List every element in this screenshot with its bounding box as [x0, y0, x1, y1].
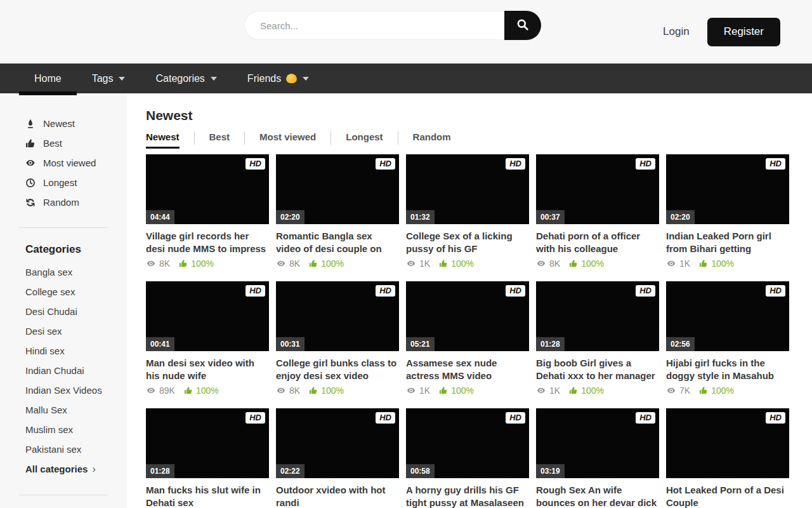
video-thumbnail[interactable]: HD00:37: [536, 154, 659, 224]
video-thumbnail[interactable]: HD00:58: [406, 408, 529, 478]
video-thumbnail[interactable]: HD02:20: [276, 154, 399, 224]
handshake-emoji: [286, 74, 297, 83]
video-card[interactable]: HD03:19Rough Sex An wife bounces on her …: [536, 408, 659, 508]
video-card[interactable]: HD01:28Big boob Girl gives a Dehati xxx …: [536, 281, 659, 396]
video-title[interactable]: Indian Leaked Porn girl from Bihari gett…: [666, 230, 789, 255]
video-title[interactable]: Romantic Bangla sex video of desi couple…: [276, 230, 399, 255]
category-link[interactable]: Indian Sex Videos: [0, 380, 127, 400]
nav-item-friends[interactable]: Friends: [232, 64, 324, 93]
eye-icon: [276, 386, 286, 395]
register-button[interactable]: Register: [707, 18, 780, 46]
sidebar-item-newest[interactable]: Newest: [0, 114, 127, 133]
video-title[interactable]: Outdoor xvideo with hot randi: [276, 484, 399, 508]
video-card[interactable]: HD02:20Indian Leaked Porn girl from Biha…: [666, 154, 789, 269]
video-stats: 1K100%: [406, 258, 529, 269]
category-link[interactable]: Desi Chudai: [0, 302, 127, 321]
sort-tabs: NewestBestMost viewedLongestRandom: [146, 131, 812, 149]
sidebar-sort-links: NewestBestMost viewedLongestRandom: [0, 114, 127, 212]
video-stats: 7K100%: [666, 385, 789, 396]
video-card[interactable]: HD02:22Outdoor xvideo with hot randi: [276, 408, 399, 508]
main-nav: HomeTagsCategoriesFriends: [0, 64, 812, 93]
category-link[interactable]: Mallu Sex: [0, 400, 127, 420]
category-link[interactable]: Hindi sex: [0, 341, 127, 361]
sidebar-item-random[interactable]: Random: [0, 192, 127, 212]
video-title[interactable]: A horny guy drills his GF tight pussy at…: [406, 484, 529, 508]
video-thumbnail[interactable]: HD03:19: [536, 408, 659, 478]
video-title[interactable]: Dehati porn of a officer with his collea…: [536, 230, 659, 255]
video-card[interactable]: HD00:41Man desi sex video with his nude …: [146, 281, 269, 396]
category-link[interactable]: Indian Chudai: [0, 361, 127, 380]
video-thumbnail[interactable]: HD02:56: [666, 281, 789, 351]
video-thumbnail[interactable]: HD02:22: [276, 408, 399, 478]
video-title[interactable]: Big boob Girl gives a Dehati xxx to her …: [536, 357, 659, 382]
video-card[interactable]: HD01:32College Sex of a licking pussy of…: [406, 154, 529, 269]
duration-badge: 02:20: [276, 210, 304, 224]
video-card[interactable]: HD01:28Man fucks his slut wife in Dehati…: [146, 408, 269, 508]
nav-item-home[interactable]: Home: [19, 64, 77, 93]
login-link[interactable]: Login: [663, 25, 690, 38]
category-link[interactable]: College sex: [0, 282, 127, 302]
tab-newest[interactable]: Newest: [146, 131, 180, 149]
sidebar-item-most-viewed[interactable]: Most viewed: [0, 153, 127, 173]
tab-most-viewed[interactable]: Most viewed: [259, 131, 316, 149]
hd-badge: HD: [246, 412, 265, 424]
hd-badge: HD: [506, 412, 525, 424]
video-card[interactable]: HDHot Leaked Porn of a Desi Couple: [666, 408, 789, 508]
video-title[interactable]: Man fucks his slut wife in Dehati sex: [146, 484, 269, 508]
video-thumbnail[interactable]: HD05:21: [406, 281, 529, 351]
video-title[interactable]: Village girl records her desi nude MMS t…: [146, 230, 269, 255]
tab-random[interactable]: Random: [413, 131, 451, 149]
category-link[interactable]: Bangla sex: [0, 262, 127, 282]
video-title[interactable]: Man desi sex video with his nude wife: [146, 357, 269, 382]
search-input[interactable]: [244, 11, 504, 40]
video-title[interactable]: Rough Sex An wife bounces on her devar d…: [536, 484, 659, 508]
sidebar-item-best[interactable]: Best: [0, 133, 127, 153]
video-card[interactable]: HD02:20Romantic Bangla sex video of desi…: [276, 154, 399, 269]
tab-separator: [398, 131, 398, 145]
video-grid: HD04:44Village girl records her desi nud…: [146, 154, 812, 508]
duration-badge: 04:44: [146, 210, 174, 224]
video-card[interactable]: HD00:58A horny guy drills his GF tight p…: [406, 408, 529, 508]
video-thumbnail[interactable]: HD01:28: [146, 408, 269, 478]
video-title[interactable]: Hijabi girl fucks in the doggy style in …: [666, 357, 789, 382]
eye-icon: [666, 259, 676, 268]
search-bar: [244, 11, 541, 40]
like-percentage: 100%: [439, 258, 474, 269]
search-button[interactable]: [504, 11, 541, 40]
eye-icon: [406, 386, 416, 395]
video-thumbnail[interactable]: HD00:31: [276, 281, 399, 351]
video-card[interactable]: HD00:31College girl bunks class to enjoy…: [276, 281, 399, 396]
eye-icon: [536, 386, 546, 395]
video-title[interactable]: College Sex of a licking pussy of his GF: [406, 230, 529, 255]
video-thumbnail[interactable]: HD02:20: [666, 154, 789, 224]
eye-icon: [146, 386, 156, 395]
nav-item-tags[interactable]: Tags: [77, 64, 141, 93]
view-count: 8K: [289, 258, 300, 269]
category-link[interactable]: Muslim sex: [0, 420, 127, 439]
header: Login Register: [0, 0, 812, 64]
video-thumbnail[interactable]: HD04:44: [146, 154, 269, 224]
video-thumbnail[interactable]: HD01:32: [406, 154, 529, 224]
all-categories-link[interactable]: All categories›: [0, 459, 127, 479]
video-title[interactable]: Assamese sex nude actress MMS video: [406, 357, 529, 382]
thumbs-up-icon: [309, 386, 318, 395]
video-stats: 8K100%: [276, 258, 399, 269]
view-count: 1K: [549, 385, 560, 396]
category-link[interactable]: Desi sex: [0, 321, 127, 341]
sidebar-divider: [19, 227, 108, 228]
video-title[interactable]: Hot Leaked Porn of a Desi Couple: [666, 484, 789, 508]
tab-longest[interactable]: Longest: [346, 131, 383, 149]
video-title[interactable]: College girl bunks class to enjoy desi s…: [276, 357, 399, 382]
video-card[interactable]: HD02:56Hijabi girl fucks in the doggy st…: [666, 281, 789, 396]
tab-separator: [244, 131, 245, 145]
video-card[interactable]: HD05:21Assamese sex nude actress MMS vid…: [406, 281, 529, 396]
category-link[interactable]: Pakistani sex: [0, 439, 127, 459]
video-thumbnail[interactable]: HD01:28: [536, 281, 659, 351]
tab-best[interactable]: Best: [209, 131, 230, 149]
video-thumbnail[interactable]: HD00:41: [146, 281, 269, 351]
sidebar-item-longest[interactable]: Longest: [0, 173, 127, 192]
video-card[interactable]: HD04:44Village girl records her desi nud…: [146, 154, 269, 269]
video-thumbnail[interactable]: HD: [666, 408, 789, 478]
nav-item-categories[interactable]: Categories: [140, 64, 232, 93]
video-card[interactable]: HD00:37Dehati porn of a officer with his…: [536, 154, 659, 269]
